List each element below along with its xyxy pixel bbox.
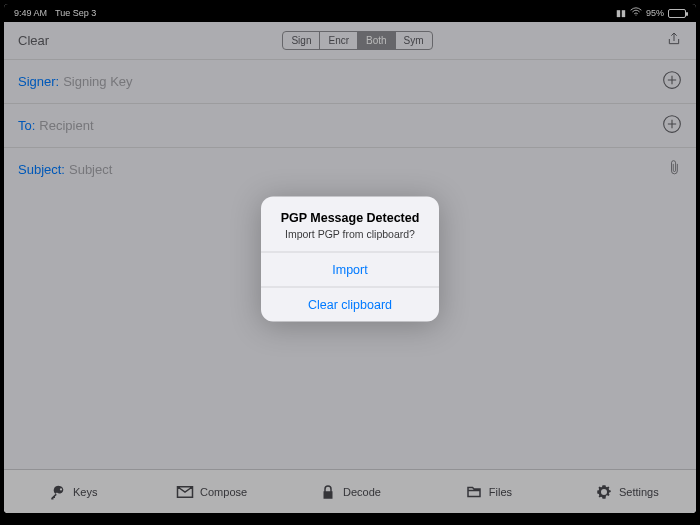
alert-clear-clipboard-button[interactable]: Clear clipboard (261, 286, 439, 321)
alert-import-button[interactable]: Import (261, 251, 439, 286)
alert-title: PGP Message Detected (273, 210, 427, 224)
device-frame: 9:49 AM Tue Sep 3 ▮▮ 95% Clear Sign Encr… (0, 0, 700, 525)
alert-message: Import PGP from clipboard? (273, 227, 427, 239)
screen: 9:49 AM Tue Sep 3 ▮▮ 95% Clear Sign Encr… (4, 4, 696, 513)
pgp-alert: PGP Message Detected Import PGP from cli… (261, 196, 439, 321)
